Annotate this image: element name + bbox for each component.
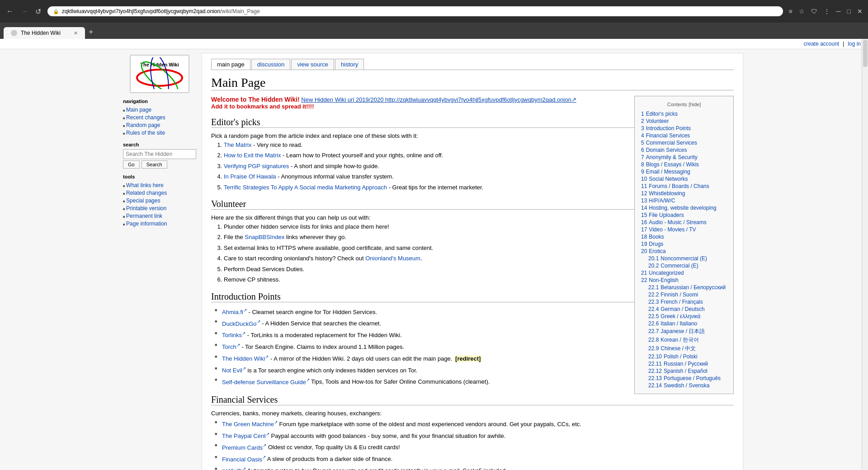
tab-discussion[interactable]: discussion [251, 59, 291, 70]
matrix-link[interactable]: The Matrix [224, 141, 251, 148]
create-account-link[interactable]: create account [803, 41, 839, 47]
toc-link[interactable]: 22Non-English [641, 277, 679, 283]
nav-item-random-page[interactable]: Random page [123, 121, 196, 129]
toc-link[interactable]: 3Introduction Points [641, 125, 691, 132]
toc-link[interactable]: 16Audio - Music / Streams [641, 219, 707, 226]
nav-item-main-page[interactable]: Main page [123, 106, 196, 113]
scrollbar-thumb[interactable] [863, 40, 868, 67]
tab-main-page[interactable]: main page [211, 59, 250, 70]
back-button[interactable]: ← [4, 5, 16, 18]
tool-link-permanent[interactable]: Permanent link [126, 213, 162, 219]
toc-link[interactable]: 15File Uploaders [641, 212, 684, 218]
main-content-body: Main Page Contents [hide] 1Editor's pick… [211, 70, 734, 470]
search-button[interactable]: Search [142, 160, 167, 169]
paypal-cent-link[interactable]: The Paypal Cent [222, 432, 269, 439]
premium-cards-link[interactable]: Premium Cards [222, 444, 266, 451]
ahmia-link[interactable]: Ahmia.fi [222, 309, 247, 315]
toc-item: 12Whistleblowing [641, 190, 727, 197]
duckduckgo-link[interactable]: DuckDuckGo [222, 320, 260, 327]
maximize-icon[interactable]: □ [845, 7, 853, 16]
tab-close-button[interactable]: ✕ [74, 30, 78, 36]
toc-link[interactable]: 12Whistleblowing [641, 190, 685, 197]
hidden-wiki-mirror-link[interactable]: The Hidden Wiki [222, 355, 269, 362]
tool-link-what-links[interactable]: What links here [126, 182, 164, 188]
tool-link-related-changes[interactable]: Related changes [126, 190, 167, 196]
nav-link-rules[interactable]: Rules of the site [126, 130, 165, 136]
onionland-link[interactable]: Onionland's Museum [365, 255, 420, 262]
scrollbar[interactable] [862, 39, 868, 470]
torch-link[interactable]: Torch [222, 343, 240, 350]
toc-link[interactable]: 6Domain Services [641, 147, 687, 153]
toc-link[interactable]: 14Hosting, website developing [641, 205, 717, 211]
tool-item-special-pages[interactable]: Special pages [123, 197, 196, 204]
social-media-link[interactable]: Terrific Strategies To Apply A Social me… [224, 184, 387, 191]
log-in-link[interactable]: log in [848, 41, 861, 47]
toc-link[interactable]: 2Volunteer [641, 118, 669, 124]
toc-link[interactable]: 9Email / Messaging [641, 169, 690, 175]
toc-link[interactable]: 19Drugs [641, 241, 663, 247]
toc-link[interactable]: 22.1Belarussian / Белорусский [648, 284, 726, 291]
address-bar[interactable]: 🔒 zqktlwiuavvqqt4ybvgvi7tyo4hjl5xgfuvpdf… [47, 6, 783, 16]
menu-icon[interactable]: ≡ [787, 7, 794, 16]
nav-link-main-page[interactable]: Main page [126, 107, 151, 113]
toc-link[interactable]: 22.2Finnish / Suomi [648, 291, 698, 298]
tool-item-permanent[interactable]: Permanent link [123, 212, 196, 220]
more-icon[interactable]: ⋮ [822, 7, 832, 16]
close-icon[interactable]: ✕ [855, 7, 864, 16]
toc-link[interactable]: 8Blogs / Essays / Wikis [641, 161, 699, 168]
toc-link[interactable]: 21Uncategorized [641, 270, 684, 276]
toc-item: 1Editor's picks [641, 110, 727, 118]
nav-link-random-page[interactable]: Random page [126, 122, 160, 128]
nav-link-recent-changes[interactable]: Recent changes [126, 114, 165, 121]
minimize-icon[interactable]: ─ [835, 7, 843, 16]
tool-item-printable[interactable]: Printable version [123, 204, 196, 212]
tool-item-related-changes[interactable]: Related changes [123, 189, 196, 197]
tab-history[interactable]: history [335, 59, 364, 70]
snapbbs-link[interactable]: SnapBBSIndex [245, 234, 284, 240]
tool-item-what-links[interactable]: What links here [123, 181, 196, 189]
toc-link[interactable]: 20.2Commercial (E) [648, 263, 698, 269]
not-evil-link[interactable]: Not Evil [222, 367, 246, 374]
pgp-link[interactable]: Verifying PGP signatures [224, 163, 289, 169]
tab-view-source[interactable]: view source [291, 59, 334, 70]
nav-item-recent-changes[interactable]: Recent changes [123, 113, 196, 121]
new-tab-button[interactable]: + [85, 26, 97, 39]
toc-hide-button[interactable]: [hide] [689, 102, 701, 107]
tool-link-printable[interactable]: Printable version [126, 205, 166, 212]
green-machine-link[interactable]: The Green Machine [222, 421, 278, 428]
toc-link[interactable]: 18Books [641, 234, 664, 240]
toc-link[interactable]: 4Financial Services [641, 132, 690, 139]
torlinks-link[interactable]: Torlinks [222, 332, 245, 338]
forward-button[interactable]: → [18, 5, 31, 18]
list-item: Not Evil is a Tor search engine which on… [215, 364, 734, 376]
go-button[interactable]: Go [123, 160, 140, 169]
list-item: The Hidden Wiki - A mirror of the Hidden… [215, 352, 734, 364]
refresh-button[interactable]: ↺ [33, 5, 44, 18]
tool-link-special-pages[interactable]: Special pages [126, 197, 160, 204]
netauth-link[interactable]: netAuth [222, 467, 246, 470]
exit-matrix-link[interactable]: How to Exit the Matrix [224, 152, 281, 159]
welcome-url-link[interactable]: New Hidden Wiki url 2019/2020 http://zqk… [301, 96, 576, 103]
toc-link[interactable]: 11Forums / Boards / Chans [641, 183, 709, 189]
toc-link[interactable]: 20.1Noncommercial (E) [648, 255, 707, 262]
tool-link-page-info[interactable]: Page information [126, 221, 167, 227]
toc-link[interactable]: 1Editor's picks [641, 111, 678, 117]
toc-link[interactable]: 5Commercial Services [641, 140, 697, 146]
shield-icon[interactable]: 🛡 [809, 7, 819, 16]
toc-link[interactable]: 7Anonymity & Security [641, 154, 698, 160]
browser-tab-active[interactable]: The Hidden Wiki ✕ [4, 27, 85, 39]
toc-link[interactable]: 10Social Networks [641, 176, 688, 182]
hawala-link[interactable]: In Praise Of Hawala [224, 173, 276, 180]
self-defense-link[interactable]: Self-defense Surveillance Guide [222, 379, 310, 385]
search-input[interactable] [123, 149, 196, 159]
toc-item: 14Hosting, website developing [641, 204, 727, 212]
toc-link[interactable]: 20Erotica [641, 248, 666, 254]
toc-link[interactable]: 17Video - Movies / TV [641, 226, 696, 233]
top-bar-separator: | [843, 41, 844, 47]
nav-item-rules[interactable]: Rules of the site [123, 129, 196, 136]
financial-oasis-link[interactable]: Financial Oasis [222, 456, 266, 463]
tool-item-page-info[interactable]: Page information [123, 220, 196, 227]
star-icon[interactable]: ☆ [797, 7, 807, 16]
toc-link[interactable]: 22.3French / Français [648, 299, 703, 305]
toc-link[interactable]: 13H/P/A/W/C [641, 197, 675, 204]
